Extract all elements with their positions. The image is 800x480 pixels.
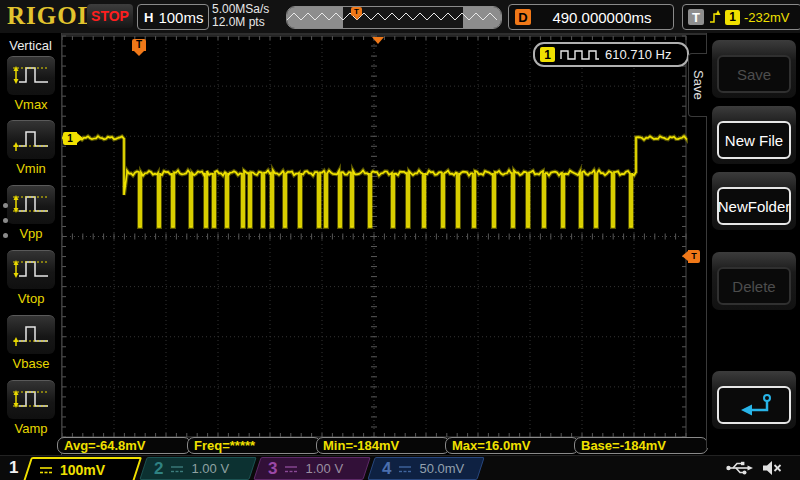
channel1-status[interactable]: 100mV — [23, 457, 142, 480]
channel1-level-tag[interactable]: 1 — [63, 132, 77, 145]
menu-item-vbase[interactable]: Vbase — [7, 315, 55, 371]
channel2-status[interactable]: 2 1.00 V — [139, 457, 256, 480]
new-file-button[interactable]: New File — [712, 106, 796, 164]
menu-item-vamp[interactable]: Vamp — [7, 380, 55, 436]
measurement-avg: Avg=-64.8mV — [57, 437, 191, 454]
horizontal-center-marker-icon — [372, 37, 384, 44]
h-label: H — [144, 10, 153, 25]
trigger-status-box[interactable]: T 1 -232mV — [682, 4, 800, 30]
dc-coupling-icon — [284, 464, 298, 474]
trigger-label: T — [688, 9, 704, 25]
square-wave-icon — [560, 48, 600, 61]
preview-trigger-flag: T — [351, 7, 362, 16]
frequency-counter: 1 610.710 Hz — [533, 42, 689, 67]
right-soft-menu: Save Save New File NewFolder Delete — [706, 33, 800, 448]
measurement-max: Max=16.0mV — [445, 437, 579, 454]
rigol-logo: RIGOL — [7, 2, 95, 30]
delete-button: Delete — [712, 252, 796, 310]
vmax-icon — [11, 60, 51, 92]
channel4-status[interactable]: 4 50.0mV — [367, 457, 484, 480]
vamp-icon — [11, 384, 51, 416]
memory-depth: 12.0M pts — [212, 16, 269, 29]
menu-title: Vertical — [0, 38, 61, 53]
waveform-preview-bar[interactable]: T — [286, 6, 502, 29]
back-button[interactable] — [712, 371, 796, 429]
speaker-muted-icon — [762, 459, 782, 477]
delay-value: 490.000000ms — [552, 9, 651, 26]
trigger-level-value: -232mV — [744, 10, 790, 25]
counter-frequency-value: 610.710 Hz — [605, 47, 672, 62]
rising-edge-icon — [708, 9, 721, 25]
dc-coupling-icon — [170, 464, 184, 474]
measurement-min: Min=-184mV — [316, 437, 450, 454]
menu-item-vmax[interactable]: Vmax — [7, 56, 55, 112]
scope-display — [0, 0, 800, 480]
measurement-freq: Freq=***** — [187, 437, 321, 454]
dc-coupling-icon — [39, 465, 53, 475]
horizontal-timebase-box[interactable]: H 100ms — [137, 4, 209, 30]
timebase-value: 100ms — [158, 9, 203, 26]
new-folder-button[interactable]: NewFolder — [712, 172, 796, 230]
menu-item-vmin[interactable]: Vmin — [7, 120, 55, 176]
channel-status-bar: 1 100mV 2 1.00 V 3 — [0, 455, 800, 480]
acquisition-info: 5.00MSa/s 12.0M pts — [212, 3, 269, 29]
vpp-icon — [11, 189, 51, 221]
trigger-level-tag[interactable]: T — [688, 250, 700, 263]
vmin-icon — [11, 124, 51, 156]
menu-page-dots — [3, 193, 8, 248]
delay-icon: D — [515, 9, 531, 25]
menu-tab-save: Save — [688, 53, 707, 117]
channel3-status[interactable]: 3 1.00 V — [253, 457, 370, 480]
measurement-base: Base=-184mV — [574, 437, 708, 454]
usb-icon — [726, 459, 754, 477]
left-measure-menu: Vertical Vmax Vmin Vpp Vtop Vbase Vamp — [0, 33, 62, 480]
save-button: Save — [712, 40, 796, 98]
preview-waveform-icon — [287, 7, 501, 28]
delay-box[interactable]: D 490.000000ms — [508, 4, 674, 30]
channel1-number: 1 — [9, 458, 18, 478]
menu-item-vtop[interactable]: Vtop — [7, 250, 55, 306]
trigger-source-badge: 1 — [725, 10, 740, 25]
counter-channel-badge: 1 — [540, 47, 555, 62]
dc-coupling-icon — [398, 464, 412, 474]
menu-item-vpp[interactable]: Vpp — [7, 185, 55, 241]
system-tray — [726, 459, 782, 477]
vtop-icon — [11, 254, 51, 286]
trigger-position-flag[interactable]: T — [132, 39, 146, 51]
top-status-bar: RIGOL STOP H 100ms 5.00MSa/s 12.0M pts T… — [0, 0, 800, 35]
vbase-icon — [11, 319, 51, 351]
return-arrow-icon — [733, 392, 775, 418]
run-state-badge[interactable]: STOP — [87, 4, 133, 28]
